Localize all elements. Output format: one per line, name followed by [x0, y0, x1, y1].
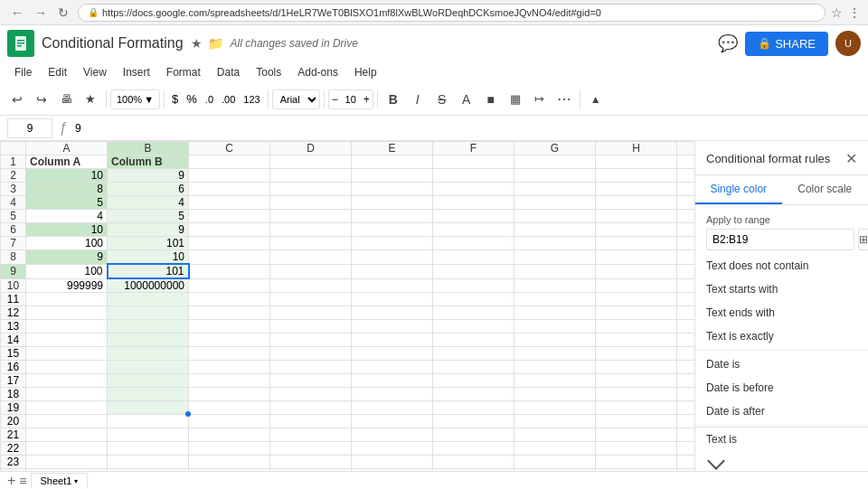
cell-f8[interactable] [433, 250, 514, 265]
cell-d9[interactable] [270, 264, 352, 278]
cell-e10[interactable] [352, 278, 433, 293]
italic-button[interactable]: I [406, 88, 429, 111]
cell-h9[interactable] [596, 264, 677, 278]
cell-a6[interactable]: 10 [26, 223, 108, 237]
zoom-control[interactable]: 100% ▼ [110, 89, 160, 109]
cell-a10[interactable]: 999999 [26, 278, 108, 293]
cell-a5[interactable]: 4 [26, 210, 108, 223]
cell-b11[interactable] [108, 293, 189, 306]
cell-i1[interactable] [677, 155, 695, 169]
close-icon[interactable]: ✕ [845, 150, 857, 167]
menu-insert[interactable]: Insert [116, 64, 157, 80]
cell-f5[interactable] [433, 210, 514, 223]
paint-format-button[interactable]: ★ [79, 88, 102, 111]
font-size-control[interactable]: − 10 + [328, 89, 373, 109]
cell-h2[interactable] [596, 169, 677, 183]
cell-c4[interactable] [189, 196, 270, 210]
strikethrough-button[interactable]: S [430, 88, 454, 111]
reload-icon[interactable]: ↻ [54, 4, 72, 22]
star-doc-icon[interactable]: ★ [191, 36, 203, 51]
cell-f2[interactable] [433, 169, 514, 183]
hide-formula-button[interactable]: ▲ [584, 88, 608, 111]
cell-h7[interactable] [596, 237, 677, 250]
bold-button[interactable]: B [382, 88, 405, 111]
cell-g6[interactable] [514, 223, 596, 237]
tab-single-color[interactable]: Single color [695, 175, 782, 204]
cell-c1[interactable] [189, 155, 270, 169]
cell-b10[interactable]: 1000000000 [108, 278, 189, 293]
cell-g3[interactable] [514, 183, 596, 196]
undo-button[interactable]: ↩ [5, 88, 29, 111]
cell-f9[interactable] [433, 264, 514, 278]
range-grid-button[interactable]: ⊞ [858, 229, 868, 250]
cell-i5[interactable] [677, 210, 695, 223]
cell-b7[interactable]: 101 [108, 237, 189, 250]
cell-a11[interactable] [26, 293, 108, 306]
cell-a1[interactable]: Column A [26, 155, 108, 169]
cell-g5[interactable] [514, 210, 596, 223]
doc-title[interactable]: Conditional Formating [42, 35, 184, 52]
cell-h5[interactable] [596, 210, 677, 223]
tab-color-scale[interactable]: Color scale [782, 175, 869, 204]
font-size-inc[interactable]: + [361, 93, 373, 106]
more-toolbar-button[interactable]: ⋯ [552, 88, 576, 111]
cell-c7[interactable] [189, 237, 270, 250]
sheet-tab[interactable]: Sheet1 ▾ [31, 473, 89, 488]
cell-f10[interactable] [433, 278, 514, 293]
col-header-h[interactable]: H [596, 142, 677, 155]
text-color-button[interactable]: A [455, 88, 478, 111]
url-bar[interactable]: 🔒 https://docs.google.com/spreadsheets/d… [78, 4, 826, 22]
cell-i3[interactable] [677, 183, 695, 196]
cell-c2[interactable] [189, 169, 270, 183]
dropdown-item-date-is[interactable]: Date is [695, 353, 868, 376]
add-sheet-icon[interactable]: + [7, 473, 15, 489]
cell-d5[interactable] [270, 210, 352, 223]
cell-b8[interactable]: 10 [108, 250, 189, 265]
cell-i4[interactable] [677, 196, 695, 210]
number-format-button[interactable]: 123 [240, 88, 263, 111]
col-header-g[interactable]: G [514, 142, 596, 155]
menu-view[interactable]: View [76, 64, 114, 80]
avatar[interactable]: U [835, 31, 861, 56]
cell-d3[interactable] [270, 183, 352, 196]
redo-button[interactable]: ↪ [30, 88, 53, 111]
cell-b3[interactable]: 6 [108, 183, 189, 196]
cell-c3[interactable] [189, 183, 270, 196]
cell-h6[interactable] [596, 223, 677, 237]
cell-d7[interactable] [270, 237, 352, 250]
cell-g1[interactable] [514, 155, 596, 169]
cell-f6[interactable] [433, 223, 514, 237]
cell-i10[interactable] [677, 278, 695, 293]
sheet-list-icon[interactable]: ≡ [19, 474, 26, 488]
cell-h8[interactable] [596, 250, 677, 265]
cell-g9[interactable] [514, 264, 596, 278]
menu-file[interactable]: File [7, 64, 39, 80]
cell-e2[interactable] [352, 169, 433, 183]
browser-nav[interactable]: ← → ↻ [7, 4, 72, 22]
cell-i6[interactable] [677, 223, 695, 237]
cell-h3[interactable] [596, 183, 677, 196]
cell-h1[interactable] [596, 155, 677, 169]
cell-reference-input[interactable] [7, 118, 52, 138]
cell-a2[interactable]: 10 [26, 169, 108, 183]
star-icon[interactable]: ☆ [831, 5, 843, 20]
col-header-f[interactable]: F [433, 142, 514, 155]
cell-e9[interactable] [352, 264, 433, 278]
col-header-e[interactable]: E [352, 142, 433, 155]
cell-f4[interactable] [433, 196, 514, 210]
borders-button[interactable]: ▦ [504, 88, 527, 111]
cell-h10[interactable] [596, 278, 677, 293]
cell-b6[interactable]: 9 [108, 223, 189, 237]
cell-f3[interactable] [433, 183, 514, 196]
folder-icon[interactable]: 📁 [208, 36, 223, 51]
dropdown-item-date-is-before[interactable]: Date is before [695, 376, 868, 400]
back-icon[interactable]: ← [7, 4, 27, 22]
menu-tools[interactable]: Tools [249, 64, 288, 80]
cell-b9[interactable]: 101 [108, 264, 189, 278]
dropdown-item-text-ends-with[interactable]: Text ends with [695, 301, 868, 324]
forward-icon[interactable]: → [31, 4, 51, 22]
font-size-dec[interactable]: − [329, 93, 341, 106]
dropdown-item-date-is-after[interactable]: Date is after [695, 400, 868, 423]
cell-d1[interactable] [270, 155, 352, 169]
menu-help[interactable]: Help [347, 64, 384, 80]
